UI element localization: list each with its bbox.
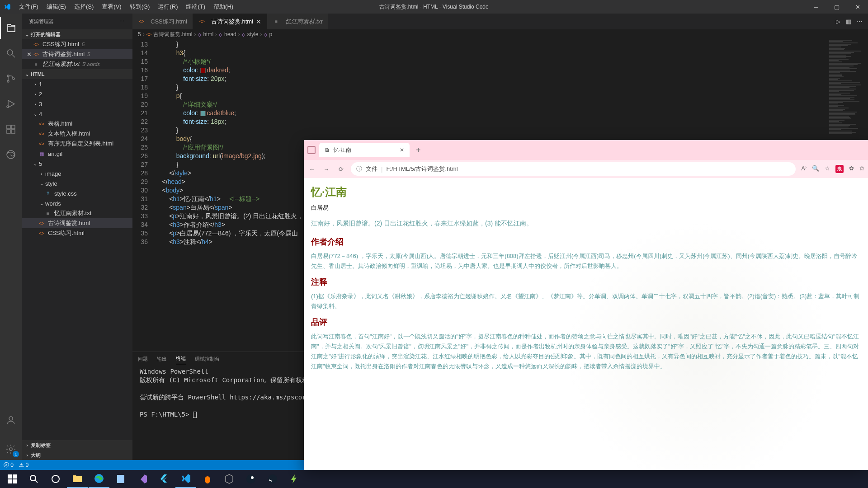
- favorites-icon[interactable]: ☆: [825, 165, 830, 173]
- account-icon[interactable]: [0, 409, 22, 431]
- steam2-icon[interactable]: [262, 470, 283, 488]
- zoom-icon[interactable]: 🔍: [812, 165, 819, 173]
- file-item[interactable]: <>古诗词鉴赏.html: [22, 218, 132, 228]
- split-editor-icon[interactable]: ▥: [846, 18, 851, 25]
- back-button[interactable]: ←: [307, 164, 316, 174]
- source-control-icon[interactable]: [0, 68, 22, 89]
- file-item[interactable]: <>CSS练习.html: [22, 228, 132, 238]
- folder-item[interactable]: ›3: [22, 99, 132, 109]
- tab-close-icon[interactable]: ✕: [256, 18, 261, 25]
- menu-item[interactable]: 文件(F): [15, 1, 42, 13]
- read-aloud-icon[interactable]: A⁾: [801, 165, 807, 173]
- menu-item[interactable]: 编辑(E): [43, 1, 70, 13]
- flstudio-icon[interactable]: [197, 470, 218, 488]
- editor-tab[interactable]: <>古诗词鉴赏.html✕: [193, 14, 267, 29]
- site-info-icon[interactable]: ⓘ: [356, 165, 362, 173]
- windows-taskbar: [0, 470, 868, 488]
- search-taskbar-icon[interactable]: [24, 470, 44, 488]
- panel-tab[interactable]: 调试控制台: [195, 354, 220, 364]
- folder-item[interactable]: ⌄style: [22, 178, 132, 188]
- run-debug-icon[interactable]: [0, 93, 22, 115]
- file-explorer-icon[interactable]: [67, 470, 88, 488]
- status-warnings[interactable]: ⚠ 0: [19, 462, 28, 468]
- page-h1: 忆·江南: [311, 183, 861, 201]
- tab-overview-icon[interactable]: [307, 146, 316, 154]
- visual-studio-icon[interactable]: [132, 470, 153, 488]
- file-item[interactable]: #style.css: [22, 188, 132, 198]
- minimize-button[interactable]: ─: [806, 0, 826, 14]
- browser-page: 忆·江南 白居易 江南好，风景旧曾谙。(2) 日出江花红胜火，春来江水绿如蓝，(…: [304, 178, 868, 470]
- folder-item[interactable]: ⌄words: [22, 198, 132, 208]
- open-editor-item[interactable]: ≡忆江南素材.txt5\words: [22, 59, 132, 69]
- menu-item[interactable]: 转到(G): [126, 1, 154, 13]
- breadcrumbs[interactable]: 5›<> 古诗词鉴赏.html›◇ html›◇ head›◇ style›◇ …: [132, 29, 868, 39]
- unity-icon[interactable]: [219, 470, 240, 488]
- menu-item[interactable]: 查看(V): [98, 1, 125, 13]
- outline-header[interactable]: ›大纲: [22, 450, 132, 460]
- breadcrumb-item[interactable]: head: [224, 31, 236, 38]
- breadcrumb-item[interactable]: 5: [138, 31, 141, 38]
- cortana-icon[interactable]: [45, 470, 66, 488]
- close-icon[interactable]: ✕: [25, 51, 33, 58]
- file-item[interactable]: <>有序无序自定义列表.html: [22, 139, 132, 149]
- browser-tab-close-icon[interactable]: ✕: [400, 147, 404, 153]
- breadcrumb-item[interactable]: p: [269, 31, 272, 38]
- project-header[interactable]: ⌄HTML: [22, 69, 132, 79]
- breadcrumb-item[interactable]: 古诗词鉴赏.html: [153, 31, 192, 38]
- file-item[interactable]: <>表格.html: [22, 119, 132, 129]
- panel-tab[interactable]: 终端: [176, 353, 186, 364]
- reload-button[interactable]: ⟳: [336, 164, 345, 174]
- folder-item[interactable]: ⌄4: [22, 109, 132, 119]
- explorer-icon[interactable]: [0, 17, 22, 39]
- sidebar-more-icon[interactable]: ⋯: [119, 19, 125, 24]
- editor-tab[interactable]: ≡忆江南素材.txt: [267, 14, 328, 29]
- open-editors-header[interactable]: ⌄打开的编辑器: [22, 29, 132, 39]
- new-tab-button[interactable]: +: [413, 145, 424, 155]
- editor-tab[interactable]: <>CSS练习.html: [132, 14, 193, 29]
- steam-icon[interactable]: [241, 470, 261, 488]
- run-icon[interactable]: ▷: [836, 18, 840, 25]
- edge-icon[interactable]: [0, 144, 22, 165]
- file-item[interactable]: ▦arr.gif: [22, 149, 132, 159]
- maximize-button[interactable]: ▢: [826, 0, 847, 14]
- extension-badge-icon[interactable]: 浪: [835, 165, 844, 173]
- open-editor-item[interactable]: ✕<>古诗词鉴赏.html5: [22, 49, 132, 59]
- sidebar-title: 资源管理器: [29, 18, 54, 25]
- svg-point-1: [7, 75, 9, 77]
- copy-tags-header[interactable]: ›复制标签: [22, 440, 132, 450]
- more-icon[interactable]: ⋯: [857, 18, 863, 25]
- extensions-icon[interactable]: [0, 118, 22, 140]
- lightning-icon[interactable]: [284, 470, 305, 488]
- file-item[interactable]: ≡忆江南素材.txt: [22, 208, 132, 218]
- panel-tab[interactable]: 输出: [157, 354, 167, 364]
- explorer-sidebar: 资源管理器 ⋯ ⌄打开的编辑器 <>CSS练习.html5✕<>古诗词鉴赏.ht…: [22, 14, 132, 460]
- forward-button[interactable]: →: [322, 164, 331, 174]
- folder-item[interactable]: ›image: [22, 169, 132, 178]
- folder-item[interactable]: ⌄5: [22, 159, 132, 169]
- folder-item[interactable]: ›2: [22, 89, 132, 99]
- favorites-bar-icon[interactable]: ✩: [859, 165, 864, 173]
- vscode-taskbar-icon[interactable]: [175, 470, 196, 488]
- menu-item[interactable]: 终端(T): [182, 1, 209, 13]
- flutter-icon[interactable]: [154, 470, 175, 488]
- menu-item[interactable]: 运行(R): [154, 1, 181, 13]
- url-scheme-label: 文件: [366, 165, 377, 173]
- close-button[interactable]: ✕: [847, 0, 868, 14]
- address-bar[interactable]: ⓘ 文件 | F:/HTML/5/古诗词鉴赏.html: [351, 162, 796, 176]
- status-errors[interactable]: ⓧ 0: [4, 461, 14, 469]
- breadcrumb-item[interactable]: style: [247, 31, 259, 38]
- menu-item[interactable]: 帮助(H): [210, 1, 237, 13]
- notepad-icon[interactable]: [110, 470, 131, 488]
- menu-item[interactable]: 选择(S): [71, 1, 97, 13]
- folder-item[interactable]: ›1: [22, 79, 132, 89]
- breadcrumb-item[interactable]: html: [203, 31, 213, 38]
- open-editor-item[interactable]: <>CSS练习.html5: [22, 39, 132, 49]
- settings-gear-icon[interactable]: 1: [0, 438, 22, 460]
- browser-tab[interactable]: 🗎 忆·江南 ✕: [319, 143, 410, 157]
- file-item[interactable]: <>文本输入框.html: [22, 129, 132, 139]
- collections-icon[interactable]: ✿: [849, 165, 854, 173]
- edge-browser-icon[interactable]: [89, 470, 109, 488]
- start-button[interactable]: [2, 470, 23, 488]
- search-icon[interactable]: [0, 42, 22, 64]
- panel-tab[interactable]: 问题: [138, 354, 148, 364]
